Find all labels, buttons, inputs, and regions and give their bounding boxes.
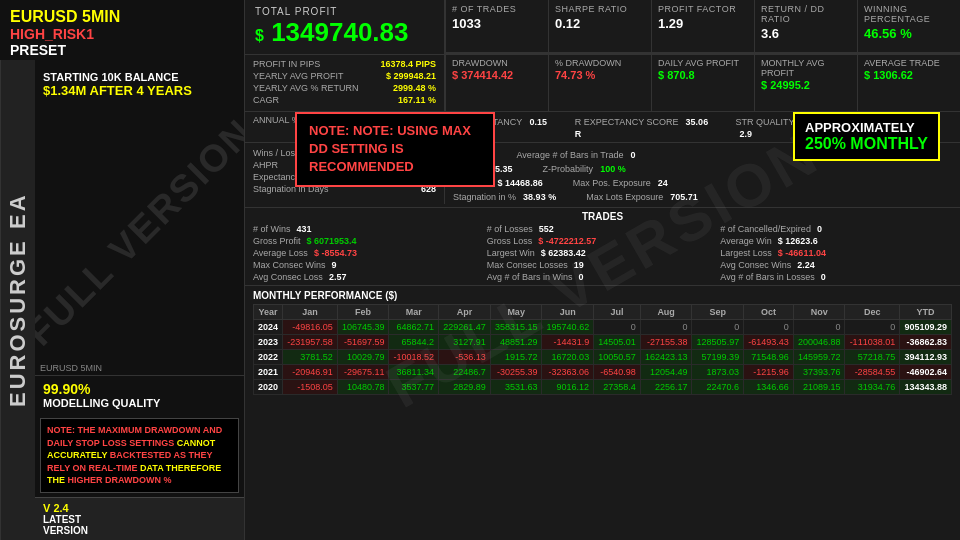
month-cell: 0 (692, 320, 744, 335)
avg-bars-label: Average # of Bars in Trade (517, 150, 624, 160)
dd-cell-monthly: MONTHLY AVG PROFIT $ 24995.2 (754, 55, 857, 111)
modelling-label: MODELLING QUALITY (43, 397, 236, 409)
month-cell: -51697.59 (337, 335, 389, 350)
month-cell: 106745.39 (337, 320, 389, 335)
yearly-pct-value: 2999.48 % (393, 83, 436, 93)
month-cell: 36811.34 (389, 365, 439, 380)
month-cell: 48851.29 (490, 335, 542, 350)
winning-pct-value: 46.56 % (864, 26, 954, 41)
yearly-pct-label: YEARLY AVG % RETURN (253, 83, 359, 93)
stat-trades: # OF TRADES 1033 (445, 0, 548, 53)
approx-box: APPROXIMATELY 250% MONTHLY (793, 112, 940, 161)
max-consec-wins-value: 9 (332, 260, 337, 270)
watermark-text: FULL VERSION (35, 110, 244, 354)
eurosurge-label: EUROSURGE EA (0, 60, 35, 540)
dd-pct-label: % DRAWDOWN (555, 58, 645, 68)
gross-loss-value: $ -4722212.57 (538, 236, 596, 246)
preset-label: HIGH_RISK1 (10, 26, 234, 42)
col-may: May (490, 305, 542, 320)
monthly-section: MONTHLY PERFORMANCE ($) Year Jan Feb Mar… (245, 286, 960, 540)
month-cell: -36862.83 (900, 335, 952, 350)
avg-consec-losses-label: Avg Consec Loss (253, 272, 323, 282)
avg-loss-item: Average Loss $ -8554.73 (253, 248, 485, 258)
month-cell: 14505.01 (594, 335, 641, 350)
month-cell: 57218.75 (845, 350, 900, 365)
year-cell: 2022 (254, 350, 283, 365)
max-pos-label: Max Pos. Exposure (573, 178, 651, 188)
zprobability-label: Z-Probability (543, 164, 594, 174)
avg-win-item: Average Win $ 12623.6 (720, 236, 952, 246)
stat-profit-factor: PROFIT FACTOR 1.29 (651, 0, 754, 53)
trades-value: 1033 (452, 16, 542, 31)
largest-loss-value: $ -46611.04 (778, 248, 826, 258)
month-cell: 10480.78 (337, 380, 389, 395)
losses-label: # of Losses (487, 224, 533, 234)
year-cell: 2023 (254, 335, 283, 350)
avg-consec-wins-item: Avg Consec Wins 2.24 (720, 260, 952, 270)
gross-loss-item: Gross Loss $ -4722212.57 (487, 236, 719, 246)
col-jan: Jan (283, 305, 338, 320)
total-profit-box: TOTAL PROFIT $ 1349740.83 (245, 0, 445, 54)
main-content: FULL VERSION TOTAL PROFIT $ 1349740.83 #… (245, 0, 960, 540)
avg-bars-value: 0 (631, 150, 636, 160)
month-cell: 229261.47 (439, 320, 491, 335)
col-year: Year (254, 305, 283, 320)
stag-pct-value: 38.93 % (523, 192, 556, 202)
month-cell: -32363.06 (542, 365, 594, 380)
profit-number: 1349740.83 (271, 17, 408, 47)
dd-value: $ 374414.42 (452, 69, 542, 81)
monthly-header-row: Year Jan Feb Mar Apr May Jun Jul Aug Sep… (254, 305, 952, 320)
max-consec-wins-item: Max Consec Wins 9 (253, 260, 485, 270)
dollar-sign: $ (255, 27, 264, 44)
gross-profit-label: Gross Profit (253, 236, 301, 246)
sidebar-inner: STARTING 10K BALANCE $1.34M AFTER 4 YEAR… (35, 66, 244, 540)
cancelled-label: # of Cancelled/Expired (720, 224, 811, 234)
month-cell: 71548.96 (744, 350, 794, 365)
month-cell: -6540.98 (594, 365, 641, 380)
preset2-label: PRESET (10, 42, 234, 58)
losses-value: 552 (539, 224, 554, 234)
balance-title: STARTING 10K BALANCE (43, 71, 236, 83)
month-cell: 12054.49 (640, 365, 692, 380)
dd-cell-daily: DAILY AVG PROFIT $ 870.8 (651, 55, 754, 111)
stagnation-pct-item: Stagnation in % 38.93 % (453, 190, 556, 202)
note-keyword: NOTE: (309, 123, 349, 138)
month-cell: 0 (744, 320, 794, 335)
ts-row4: Stagnation in % 38.93 % Max Lots Exposur… (453, 190, 952, 202)
avg-bars-losses-item: Avg # of Bars in Losses 0 (720, 272, 952, 282)
monthly-row: 2024-49816.05106745.3964862.71229261.473… (254, 320, 952, 335)
modelling-pct: 99.90% (43, 381, 236, 397)
avg-win-label: Average Win (720, 236, 771, 246)
cancelled-item: # of Cancelled/Expired 0 (720, 224, 952, 234)
exp-label: Expectancy (253, 172, 300, 182)
yearly-avg-value: $ 299948.21 (386, 71, 436, 81)
month-cell: -10018.52 (389, 350, 439, 365)
month-cell: 195740.62 (542, 320, 594, 335)
approx-value: 250% MONTHLY (805, 135, 928, 153)
avg-bars-losses-label: Avg # of Bars in Losses (720, 272, 814, 282)
gross-profit-item: Gross Profit $ 6071953.4 (253, 236, 485, 246)
eurusd-sub: EURUSD 5MIN (35, 361, 244, 375)
sidebar-note-box: NOTE: THE MAXIMUM DRAWDOWN AND DAILY STO… (40, 418, 239, 493)
avg-trade-label: AVERAGE TRADE (864, 58, 954, 68)
sharpe-label: SHARPE RATIO (555, 4, 645, 14)
ahpr-label: AHPR (253, 160, 278, 170)
year-cell: 2020 (254, 380, 283, 395)
month-cell: -61493.43 (744, 335, 794, 350)
max-lots-label: Max Lots Exposure (586, 192, 663, 202)
avg-consec-wins-value: 2.24 (797, 260, 815, 270)
profit-factor-value: 1.29 (658, 16, 748, 31)
gross-profit-value: $ 6071953.4 (307, 236, 357, 246)
col-dec: Dec (845, 305, 900, 320)
month-cell: -49816.05 (283, 320, 338, 335)
month-cell: 162423.13 (640, 350, 692, 365)
month-cell: 22486.7 (439, 365, 491, 380)
version-box: V 2.4 LATEST VERSION (35, 497, 244, 540)
stats-grid: # OF TRADES 1033 SHARPE RATIO 0.12 PROFI… (445, 0, 960, 54)
month-cell: -1508.05 (283, 380, 338, 395)
month-cell: 1346.66 (744, 380, 794, 395)
year-cell: 2024 (254, 320, 283, 335)
avg-bars-losses-value: 0 (821, 272, 826, 282)
month-cell: 128505.97 (692, 335, 744, 350)
monthly-row: 2021-20946.91-29675.1136811.3422486.7-30… (254, 365, 952, 380)
